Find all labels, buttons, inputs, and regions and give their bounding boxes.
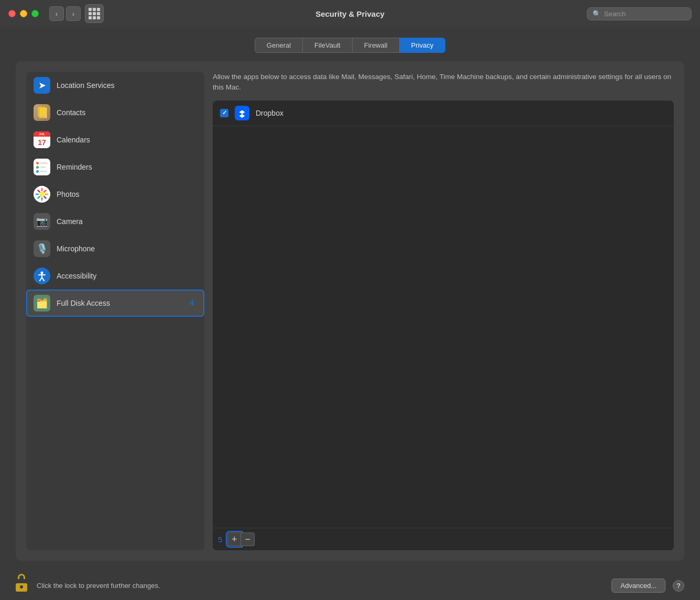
svg-line-8: [38, 197, 40, 198]
full-disk-access-badge: 4: [187, 298, 197, 308]
close-button[interactable]: [8, 10, 16, 17]
svg-line-6: [45, 197, 46, 198]
traffic-lights: [8, 10, 39, 17]
sidebar-item-label: Camera: [57, 217, 83, 226]
window-title: Security & Privacy: [315, 9, 385, 18]
location-services-icon: ➤: [34, 77, 50, 94]
remove-app-button[interactable]: −: [241, 532, 255, 546]
sidebar-item-location-services[interactable]: ➤ Location Services: [26, 72, 204, 99]
sidebar-item-calendars[interactable]: JUL 17 Calendars: [26, 126, 204, 153]
sidebar-item-full-disk-access[interactable]: 🗂️ Full Disk Access 4: [26, 290, 204, 317]
footer-lock-text: Click the lock to prevent further change…: [37, 582, 160, 590]
full-disk-access-icon: 🗂️: [34, 295, 50, 312]
titlebar: ‹ › Security & Privacy 🔍: [0, 0, 700, 27]
grid-button[interactable]: [85, 4, 104, 23]
sidebar-item-label: Calendars: [57, 136, 90, 144]
sidebar: ➤ Location Services 📒 Contacts JUL 17: [26, 72, 204, 550]
advanced-button[interactable]: Advanced...: [611, 579, 665, 593]
reminders-icon: [34, 159, 50, 175]
microphone-icon: 🎙️: [34, 240, 50, 257]
search-icon: 🔍: [593, 10, 601, 18]
sidebar-item-label: Reminders: [57, 163, 92, 171]
dropbox-icon: [235, 106, 249, 120]
svg-marker-15: [239, 110, 245, 114]
tab-general[interactable]: General: [255, 38, 303, 53]
lock-icon: [16, 579, 29, 593]
sidebar-item-label: Contacts: [57, 108, 85, 117]
list-count: 5: [218, 535, 222, 544]
sidebar-item-camera[interactable]: 📷 Camera: [26, 208, 204, 235]
nav-buttons: ‹ ›: [49, 6, 81, 21]
tab-firewall[interactable]: Firewall: [353, 38, 400, 53]
help-button[interactable]: ?: [673, 580, 684, 592]
panel: ➤ Location Services 📒 Contacts JUL 17: [16, 61, 684, 561]
svg-line-5: [38, 191, 40, 192]
forward-button[interactable]: ›: [66, 6, 81, 21]
sidebar-item-reminders[interactable]: Reminders: [26, 153, 204, 181]
tab-privacy[interactable]: Privacy: [400, 38, 446, 53]
sidebar-item-microphone[interactable]: 🎙️ Microphone: [26, 235, 204, 262]
description-text: Allow the apps below to access data like…: [213, 72, 674, 93]
accessibility-icon: [34, 268, 50, 284]
sidebar-item-label: Full Disk Access: [57, 299, 110, 307]
tab-filevault[interactable]: FileVault: [303, 38, 353, 53]
search-box[interactable]: 🔍: [587, 7, 692, 20]
add-app-button[interactable]: +: [227, 532, 241, 546]
camera-icon: 📷: [34, 213, 50, 230]
app-item-dropbox[interactable]: ✓ Dropbox: [213, 101, 674, 126]
sidebar-item-label: Photos: [57, 190, 80, 198]
grid-icon: [89, 8, 100, 19]
sidebar-item-accessibility[interactable]: Accessibility: [26, 262, 204, 290]
sidebar-item-label: Microphone: [57, 245, 95, 253]
svg-line-7: [45, 191, 46, 192]
maximize-button[interactable]: [31, 10, 39, 17]
apps-list-container: ✓ Dropbox 5: [213, 101, 674, 551]
contacts-icon: 📒: [34, 104, 50, 121]
photos-icon: [34, 186, 50, 203]
apps-list: ✓ Dropbox: [213, 101, 674, 528]
sidebar-item-label: Location Services: [57, 81, 115, 90]
panel-inner: ➤ Location Services 📒 Contacts JUL 17: [16, 61, 684, 561]
right-content: Allow the apps below to access data like…: [213, 72, 674, 550]
sidebar-item-photos[interactable]: Photos: [26, 181, 204, 208]
app-name-dropbox: Dropbox: [256, 109, 283, 117]
calendars-icon: JUL 17: [34, 131, 50, 148]
list-bottom: 5 + −: [213, 528, 674, 550]
tabs: General FileVault Firewall Privacy: [16, 38, 684, 53]
dropbox-checkbox[interactable]: ✓: [220, 109, 228, 117]
sidebar-item-label: Accessibility: [57, 272, 96, 280]
svg-point-0: [39, 192, 45, 197]
back-button[interactable]: ‹: [49, 6, 64, 21]
sidebar-item-contacts[interactable]: 📒 Contacts: [26, 99, 204, 126]
footer: Click the lock to prevent further change…: [0, 571, 700, 600]
minimize-button[interactable]: [20, 10, 27, 17]
main-content: General FileVault Firewall Privacy ➤ Loc…: [0, 27, 700, 571]
svg-line-13: [42, 277, 44, 281]
search-input[interactable]: [604, 10, 686, 18]
